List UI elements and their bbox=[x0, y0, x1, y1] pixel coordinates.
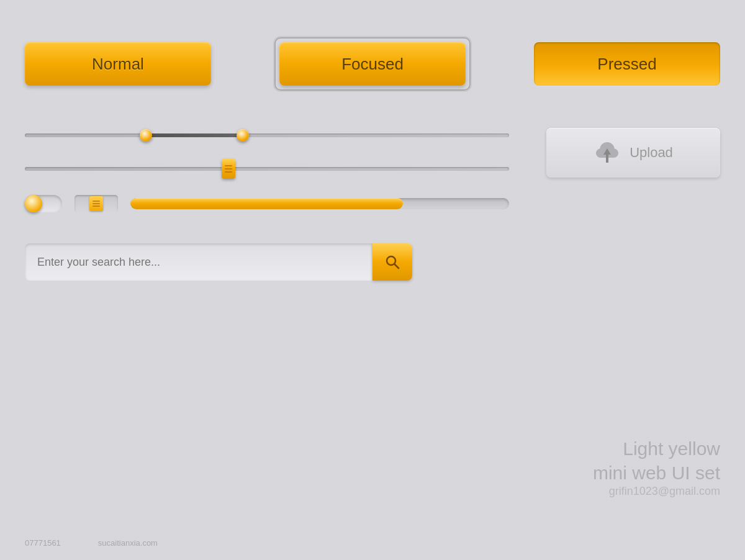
brand-email: grifin1023@gmail.com bbox=[593, 485, 720, 498]
brand-section: Light yellowmini web UI set grifin1023@g… bbox=[593, 436, 720, 498]
search-row bbox=[25, 243, 720, 281]
grip-line-3 bbox=[225, 171, 232, 173]
toggle-knob bbox=[25, 195, 42, 212]
search-input[interactable] bbox=[25, 243, 372, 281]
progress-bar bbox=[130, 198, 509, 209]
brand-title: Light yellowmini web UI set bbox=[593, 436, 720, 485]
grip-line-1 bbox=[225, 165, 232, 166]
controls-row bbox=[25, 195, 720, 212]
buttons-row: Normal Focused Pressed bbox=[25, 37, 720, 91]
grip-line-2 bbox=[225, 168, 232, 169]
small-slider[interactable] bbox=[74, 195, 118, 212]
search-button[interactable] bbox=[372, 243, 412, 281]
pressed-button[interactable]: Pressed bbox=[534, 42, 720, 86]
slider-track-1 bbox=[25, 133, 509, 137]
upload-label: Upload bbox=[630, 145, 673, 161]
range-slider[interactable] bbox=[25, 128, 720, 143]
svg-line-2 bbox=[395, 264, 399, 269]
slider-range-fill bbox=[146, 133, 243, 137]
slider-handle-left[interactable] bbox=[140, 129, 152, 142]
slider-track-2 bbox=[25, 167, 509, 171]
small-grip-2 bbox=[93, 203, 100, 204]
progress-fill bbox=[130, 198, 403, 209]
single-slider[interactable] bbox=[25, 161, 720, 176]
slider-grip-handle[interactable] bbox=[222, 159, 235, 179]
focus-ring: Focused bbox=[274, 37, 471, 91]
watermark-right: sucaitianxia.com bbox=[98, 538, 158, 548]
toggle-switch[interactable] bbox=[25, 195, 62, 212]
watermark-left: 07771561 bbox=[25, 538, 61, 548]
watermarks: 07771561 sucaitianxia.com bbox=[25, 538, 158, 548]
search-icon bbox=[384, 254, 400, 270]
small-grip-3 bbox=[93, 205, 100, 207]
slider-handle-right[interactable] bbox=[237, 129, 249, 142]
normal-button[interactable]: Normal bbox=[25, 42, 211, 86]
small-slider-handle bbox=[89, 196, 103, 211]
focused-button-wrapper: Focused bbox=[274, 37, 471, 91]
focused-button[interactable]: Focused bbox=[279, 42, 466, 86]
small-grip-1 bbox=[93, 201, 100, 202]
